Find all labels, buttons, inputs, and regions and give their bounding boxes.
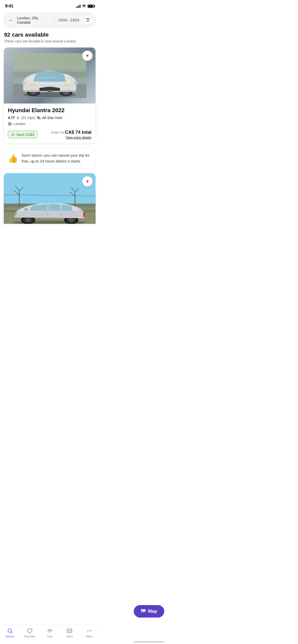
- trips-count: (31 trips): [21, 116, 35, 120]
- filter-button[interactable]: [83, 16, 92, 25]
- svg-point-17: [22, 82, 26, 85]
- car-image-2: ♥: [4, 173, 96, 224]
- favorite-button-1[interactable]: ♥: [82, 51, 92, 61]
- car-info-1: Hyundai Elantra 2022 4.77 ★ (31 trips) 🎭…: [4, 104, 96, 143]
- car-photo-2: [4, 173, 96, 224]
- svg-point-44: [69, 218, 74, 222]
- location-field[interactable]: London, ON, Canada: [17, 16, 52, 24]
- svg-point-18: [74, 82, 78, 85]
- heart-icon-1: ♥: [86, 53, 89, 58]
- current-price: CA$ 74 total: [65, 130, 91, 135]
- cancellation-banner: 👍 Don't stress: you can cancel your trip…: [4, 148, 96, 169]
- allstar-icon: 🎭: [37, 116, 41, 120]
- results-subtitle: These cars are located in and around Lon…: [4, 39, 95, 43]
- car-pricing-1: 🏷 Save CA$3 CA$ 76 CA$ 74 total View pri…: [8, 130, 91, 139]
- building-icon: [8, 121, 12, 126]
- car-photo-1: H: [4, 48, 96, 104]
- car-image-1: H ♥: [4, 48, 96, 104]
- results-header: 92 cars available These cars are located…: [0, 32, 99, 47]
- back-button[interactable]: ←: [7, 17, 15, 24]
- star-icon: ★: [16, 116, 20, 120]
- svg-rect-13: [42, 89, 58, 89]
- car-card-1[interactable]: H ♥ Hyundai Elantra 2022 4.77 ★ (31: [4, 47, 96, 144]
- filter-icon: [86, 18, 90, 22]
- thumbsup-icon: 👍: [8, 154, 18, 163]
- tag-icon: 🏷: [11, 133, 15, 137]
- divider: [54, 17, 54, 23]
- car-meta-1: 4.77 ★ (31 trips) 🎭 All-Star Host: [8, 116, 91, 120]
- svg-point-48: [24, 208, 29, 211]
- location-text: London: [13, 122, 25, 126]
- status-time: 9:41: [5, 4, 13, 9]
- svg-point-41: [25, 218, 31, 222]
- signal-icon: [76, 4, 80, 8]
- heart-icon-2: ♥: [86, 179, 89, 184]
- svg-rect-23: [11, 124, 11, 124]
- car-name-1: Hyundai Elantra 2022: [8, 107, 91, 114]
- svg-text:H: H: [49, 90, 50, 92]
- svg-rect-22: [9, 124, 9, 124]
- car-card-2[interactable]: ♥: [4, 173, 96, 224]
- svg-rect-21: [9, 123, 9, 123]
- cancellation-text: Don't stress: you can cancel your trip f…: [22, 153, 91, 164]
- rating-value: 4.77: [8, 116, 15, 120]
- results-count: 92 cars available: [4, 32, 95, 38]
- wifi-icon: [82, 4, 86, 8]
- svg-rect-24: [9, 124, 10, 125]
- battery-icon: [88, 5, 94, 8]
- status-bar: 9:41: [0, 0, 99, 11]
- svg-rect-47: [83, 212, 85, 217]
- original-price: CA$ 76: [51, 130, 64, 135]
- dates-field[interactable]: 23/04 - 23/04: [56, 18, 81, 22]
- price-details-link[interactable]: View price details: [51, 136, 91, 139]
- search-bar[interactable]: ← London, ON, Canada 23/04 - 23/04: [4, 13, 96, 27]
- svg-rect-20: [10, 123, 11, 125]
- save-badge: 🏷 Save CA$3: [8, 131, 38, 138]
- allstar-badge: 🎭 All-Star Host: [37, 116, 62, 120]
- price-section: CA$ 76 CA$ 74 total View price details: [51, 130, 91, 139]
- car-location-1: London: [8, 121, 91, 126]
- favorite-button-2[interactable]: ♥: [82, 176, 92, 186]
- status-icons: [76, 4, 94, 8]
